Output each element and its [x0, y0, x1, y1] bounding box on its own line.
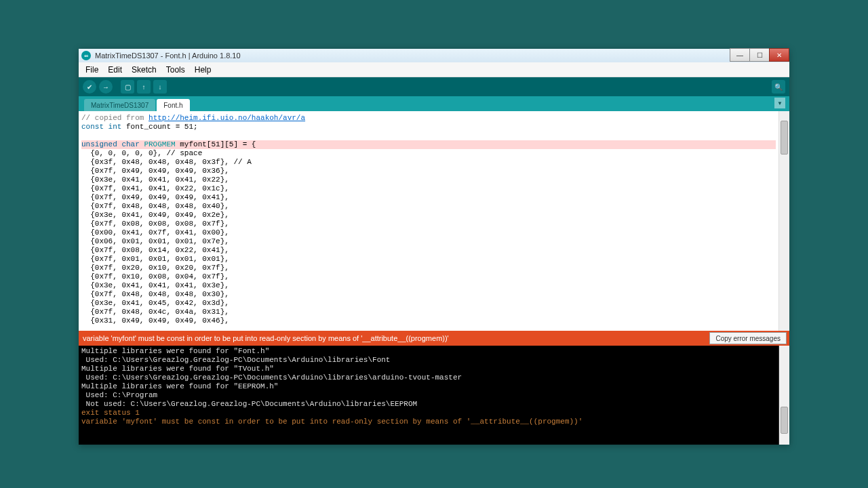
scrollbar-thumb[interactable]	[781, 407, 788, 434]
code-editor[interactable]: // copied from http://heim.ifi.uio.no/ha…	[79, 111, 778, 331]
error-status-bar: variable 'myfont' must be const in order…	[79, 331, 789, 346]
code-line: {0x06, 0x01, 0x01, 0x01, 0x7e},	[81, 237, 229, 245]
console-line: Multiple libraries were found for "TVout…	[81, 365, 274, 373]
code-comment: // copied from	[81, 114, 149, 122]
console-area: Multiple libraries were found for "Font.…	[79, 346, 789, 445]
console-line: Used: C:\Program	[81, 391, 157, 399]
menu-file[interactable]: File	[81, 64, 102, 76]
error-message: variable 'myfont' must be const in order…	[83, 334, 449, 342]
console-scrollbar[interactable]	[778, 346, 789, 445]
menubar: File Edit Sketch Tools Help	[79, 62, 789, 77]
serial-monitor-button[interactable]: 🔍	[772, 80, 785, 94]
console-line: variable 'myfont' must be const in order…	[81, 418, 583, 426]
new-button[interactable]: ▢	[121, 80, 134, 94]
maximize-button[interactable]: ☐	[749, 48, 770, 62]
console-line: Used: C:\Users\Greazlog.Greazlog-PC\Docu…	[81, 356, 390, 364]
verify-button[interactable]: ✔	[83, 80, 96, 94]
code-line: {0x7f, 0x01, 0x01, 0x01, 0x01},	[81, 255, 229, 263]
code-text: font_count = 51;	[121, 123, 197, 131]
console-line: Used: C:\Users\Greazlog.Greazlog-PC\Docu…	[81, 373, 462, 382]
toolbar: ✔ → ▢ ↑ ↓ 🔍	[79, 77, 789, 96]
code-line: {0x3e, 0x41, 0x49, 0x49, 0x2e},	[81, 211, 229, 219]
code-line: {0x7f, 0x48, 0x48, 0x48, 0x30},	[81, 290, 229, 298]
console-line: Not used: C:\Users\Greazlog.Greazlog-PC\…	[81, 400, 417, 408]
window-title: MatrixTimeDS1307 - Font.h | Arduino 1.8.…	[95, 52, 241, 60]
code-line: {0x7f, 0x08, 0x08, 0x08, 0x7f},	[81, 220, 229, 228]
scrollbar-thumb[interactable]	[781, 121, 788, 155]
editor-area: // copied from http://heim.ifi.uio.no/ha…	[79, 111, 789, 331]
code-line: {0x3e, 0x41, 0x41, 0x41, 0x22},	[81, 176, 229, 184]
console-line: exit status 1	[81, 409, 140, 417]
code-line: {0x7f, 0x49, 0x49, 0x49, 0x41},	[81, 193, 229, 201]
menu-help[interactable]: Help	[191, 64, 216, 76]
menu-sketch[interactable]: Sketch	[127, 64, 161, 76]
code-line: {0x31, 0x49, 0x49, 0x49, 0x46},	[81, 317, 229, 325]
editor-scrollbar[interactable]	[778, 111, 789, 331]
save-button[interactable]: ↓	[153, 80, 167, 94]
tab-dropdown-icon[interactable]: ▼	[774, 98, 785, 108]
code-line: {0x3f, 0x48, 0x48, 0x48, 0x3f}, // A	[81, 158, 252, 166]
titlebar[interactable]: MatrixTimeDS1307 - Font.h | Arduino 1.8.…	[79, 49, 789, 62]
code-progmem: PROGMEM	[144, 140, 175, 148]
open-button[interactable]: ↑	[137, 80, 151, 94]
code-line: {0x7f, 0x10, 0x08, 0x04, 0x7f},	[81, 272, 229, 281]
console-line: Multiple libraries were found for "Font.…	[81, 347, 269, 355]
code-line: {0, 0, 0, 0, 0}, // space	[81, 149, 202, 157]
tab-font-h[interactable]: Font.h	[157, 99, 189, 111]
menu-tools[interactable]: Tools	[162, 64, 189, 76]
copy-error-button[interactable]: Copy error messages	[709, 332, 787, 344]
code-keyword: unsigned char	[81, 140, 144, 148]
tabbar: MatrixTimeDS1307 Font.h ▼	[79, 96, 789, 111]
arduino-ide-window: MatrixTimeDS1307 - Font.h | Arduino 1.8.…	[79, 49, 789, 445]
code-line: {0x00, 0x41, 0x7f, 0x41, 0x00},	[81, 228, 229, 237]
code-line: {0x3e, 0x41, 0x45, 0x42, 0x3d},	[81, 299, 229, 307]
close-button[interactable]: ✕	[769, 48, 789, 62]
code-line: {0x7f, 0x48, 0x4c, 0x4a, 0x31},	[81, 308, 229, 316]
tab-matrixtime[interactable]: MatrixTimeDS1307	[84, 99, 155, 111]
code-error-line: unsigned char PROGMEM myfont[51][5] = {	[81, 140, 776, 149]
code-keyword: const int	[81, 123, 121, 131]
code-line: {0x7f, 0x08, 0x14, 0x22, 0x41},	[81, 246, 229, 254]
code-line: {0x7f, 0x20, 0x10, 0x20, 0x7f},	[81, 264, 229, 272]
upload-button[interactable]: →	[99, 80, 113, 94]
arduino-logo-icon	[81, 51, 91, 60]
code-text: myfont[51][5] = {	[176, 140, 256, 148]
code-line: {0x3e, 0x41, 0x41, 0x41, 0x3e},	[81, 281, 229, 289]
console-output[interactable]: Multiple libraries were found for "Font.…	[79, 346, 778, 445]
code-url[interactable]: http://heim.ifi.uio.no/haakoh/avr/a	[149, 114, 305, 122]
window-controls: — ☐ ✕	[730, 48, 789, 62]
code-line: {0x7f, 0x41, 0x41, 0x22, 0x1c},	[81, 184, 229, 192]
code-line: {0x7f, 0x48, 0x48, 0x48, 0x40},	[81, 202, 229, 210]
code-line: {0x7f, 0x49, 0x49, 0x49, 0x36},	[81, 167, 229, 175]
minimize-button[interactable]: —	[730, 48, 750, 62]
menu-edit[interactable]: Edit	[104, 64, 126, 76]
console-line: Multiple libraries were found for "EEPRO…	[81, 382, 278, 390]
